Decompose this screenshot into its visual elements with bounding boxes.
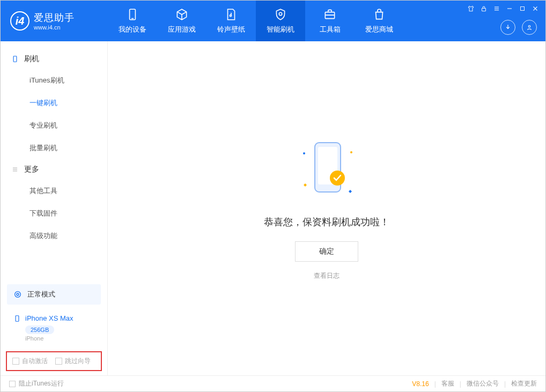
tab-store-label: 爱思商城 bbox=[365, 25, 393, 34]
skip-guide-label: 跳过向导 bbox=[65, 357, 91, 366]
refresh-icon bbox=[13, 290, 22, 299]
body: 刷机 iTunes刷机 一键刷机 专业刷机 批量刷机 更多 其他工具 下载固件 … bbox=[1, 41, 545, 375]
tab-apps-games-label: 应用游戏 bbox=[168, 25, 196, 34]
support-link[interactable]: 客服 bbox=[441, 379, 454, 388]
sidebar-item-itunes-flash[interactable]: iTunes刷机 bbox=[1, 69, 107, 92]
phone-small-icon bbox=[13, 315, 21, 322]
sidebar-group-more-label: 更多 bbox=[24, 165, 39, 174]
list-icon bbox=[11, 166, 19, 173]
header-actions bbox=[500, 20, 537, 35]
sidebar-item-oneclick-flash[interactable]: 一键刷机 bbox=[1, 92, 107, 114]
music-file-icon bbox=[224, 8, 238, 21]
sidebar-item-batch-flash[interactable]: 批量刷机 bbox=[1, 137, 107, 159]
svg-point-3 bbox=[279, 12, 282, 15]
svg-rect-14 bbox=[13, 56, 17, 62]
block-itunes-label: 阻止iTunes运行 bbox=[19, 379, 64, 388]
device-icon bbox=[11, 55, 19, 63]
success-message: 恭喜您，保资料刷机成功啦！ bbox=[264, 216, 389, 228]
view-log-link[interactable]: 查看日志 bbox=[314, 271, 340, 280]
sidebar-item-pro-flash[interactable]: 专业刷机 bbox=[1, 114, 107, 137]
mode-box[interactable]: 正常模式 bbox=[7, 284, 101, 305]
logo-icon: i4 bbox=[10, 11, 29, 31]
svg-point-13 bbox=[528, 26, 530, 28]
logo-area[interactable]: i4 爱思助手 www.i4.cn bbox=[1, 11, 108, 31]
lock-icon[interactable] bbox=[480, 5, 488, 12]
tab-ring-wall[interactable]: 铃声壁纸 bbox=[206, 1, 256, 41]
sidebar-group-flash-label: 刷机 bbox=[24, 54, 39, 64]
shield-gear-icon bbox=[274, 8, 287, 21]
separator: | bbox=[434, 380, 436, 388]
tab-smart-flash-label: 智能刷机 bbox=[267, 25, 294, 34]
main-content: 恭喜您，保资料刷机成功啦！ 确定 查看日志 bbox=[108, 41, 545, 375]
skip-guide-checkbox[interactable]: 跳过向导 bbox=[55, 357, 91, 366]
maximize-icon[interactable] bbox=[519, 5, 526, 12]
window-controls bbox=[467, 5, 539, 12]
sidebar-item-download-fw[interactable]: 下载固件 bbox=[1, 202, 107, 225]
sidebar-item-advanced[interactable]: 高级功能 bbox=[1, 225, 107, 247]
block-itunes-checkbox[interactable]: 阻止iTunes运行 bbox=[9, 379, 64, 388]
ok-button[interactable]: 确定 bbox=[295, 241, 358, 262]
bag-icon bbox=[372, 8, 386, 21]
sidebar-group-flash[interactable]: 刷机 bbox=[1, 49, 107, 69]
minimize-icon[interactable] bbox=[506, 5, 513, 12]
sidebar-group-more[interactable]: 更多 bbox=[1, 159, 107, 180]
tab-my-device-label: 我的设备 bbox=[119, 25, 146, 34]
cube-icon bbox=[175, 8, 189, 21]
separator: | bbox=[460, 380, 461, 388]
mode-label: 正常模式 bbox=[27, 290, 55, 299]
version-label: V8.16 bbox=[412, 380, 429, 388]
success-illustration bbox=[294, 136, 359, 201]
checkbox-icon bbox=[9, 381, 16, 387]
app-title: 爱思助手 bbox=[34, 11, 75, 24]
checkbox-icon bbox=[12, 358, 19, 365]
tab-my-device[interactable]: 我的设备 bbox=[108, 1, 157, 41]
svg-point-2 bbox=[230, 15, 231, 17]
tab-toolbox-label: 工具箱 bbox=[320, 25, 341, 34]
device-name: iPhone XS Max bbox=[25, 314, 73, 322]
app-subtitle: www.i4.cn bbox=[34, 24, 75, 31]
svg-point-18 bbox=[15, 292, 21, 298]
checkbox-row: 自动激活 跳过向导 bbox=[6, 351, 102, 371]
svg-point-21 bbox=[350, 151, 352, 153]
device-storage-badge: 256GB bbox=[25, 326, 54, 334]
menu-icon[interactable] bbox=[493, 5, 500, 12]
device-type: iPhone bbox=[25, 335, 94, 342]
download-button[interactable] bbox=[500, 20, 515, 35]
check-update-link[interactable]: 检查更新 bbox=[511, 379, 537, 388]
footer: 阻止iTunes运行 V8.16 | 客服 | 微信公众号 | 检查更新 bbox=[1, 375, 545, 391]
sidebar-item-other-tools[interactable]: 其他工具 bbox=[1, 180, 107, 202]
user-button[interactable] bbox=[522, 20, 537, 35]
header: i4 爱思助手 www.i4.cn 我的设备 应用游戏 铃声壁纸 智能刷机 工具… bbox=[1, 1, 545, 41]
separator: | bbox=[504, 380, 506, 388]
auto-activate-label: 自动激活 bbox=[22, 357, 48, 366]
checkbox-icon bbox=[55, 358, 62, 365]
tab-apps-games[interactable]: 应用游戏 bbox=[157, 1, 206, 41]
device-box[interactable]: iPhone XS Max 256GB iPhone bbox=[7, 309, 101, 347]
svg-point-20 bbox=[303, 152, 305, 154]
tab-ring-wall-label: 铃声壁纸 bbox=[217, 25, 245, 34]
shirt-icon[interactable] bbox=[467, 5, 475, 12]
sidebar-bottom: 正常模式 iPhone XS Max 256GB iPhone 自动激活 跳过向… bbox=[1, 280, 107, 375]
auto-activate-checkbox[interactable]: 自动激活 bbox=[12, 357, 48, 366]
svg-rect-10 bbox=[521, 7, 525, 11]
sidebar: 刷机 iTunes刷机 一键刷机 专业刷机 批量刷机 更多 其他工具 下载固件 … bbox=[1, 41, 108, 375]
toolbox-icon bbox=[323, 8, 337, 21]
tab-smart-flash[interactable]: 智能刷机 bbox=[256, 1, 305, 41]
tab-toolbox[interactable]: 工具箱 bbox=[305, 1, 355, 41]
svg-rect-5 bbox=[482, 8, 486, 11]
tab-store[interactable]: 爱思商城 bbox=[355, 1, 404, 41]
nav-tabs: 我的设备 应用游戏 铃声壁纸 智能刷机 工具箱 爱思商城 bbox=[108, 1, 404, 41]
close-icon[interactable] bbox=[532, 5, 539, 12]
svg-rect-19 bbox=[16, 315, 19, 321]
phone-icon bbox=[126, 8, 139, 21]
wechat-link[interactable]: 微信公众号 bbox=[467, 379, 499, 388]
logo-text: 爱思助手 www.i4.cn bbox=[34, 11, 75, 31]
